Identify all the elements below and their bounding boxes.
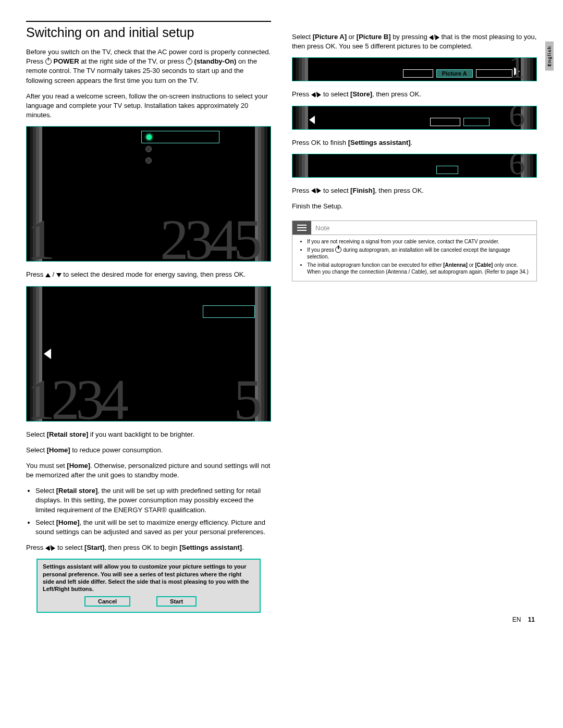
finish-setup: Finish the Setup.: [292, 202, 537, 211]
dialog-cancel-button[interactable]: Cancel: [84, 596, 130, 607]
finish-instruction: Press / to select [Finish], then press O…: [292, 186, 537, 195]
left-arrow-icon: [311, 188, 315, 193]
dialog-start-button[interactable]: Start: [156, 596, 197, 607]
store-prefs-screen: Store your preferences. Cancel Store 6: [292, 106, 537, 130]
language-prompt: Select your menu language with the Up/Do…: [48, 133, 132, 174]
location-select-screen: Location Home is recommended for normal …: [26, 286, 271, 422]
location-prompt: Location Home is recommended for normal …: [89, 293, 193, 315]
picture-select-instruction: Select [Picture A] or [Picture B] by pre…: [292, 32, 537, 51]
power-icon: [45, 58, 52, 65]
bullet-home: Select [Home], the unit will be set to m…: [35, 518, 271, 537]
energy-saving-instruction: Press / to select the desired mode for e…: [26, 270, 271, 279]
down-arrow-icon: [56, 273, 62, 277]
left-arrow-icon: [311, 92, 315, 97]
lang-option-english[interactable]: English: [141, 131, 219, 143]
step-number-1: 1: [27, 211, 51, 262]
picture-b-button[interactable]: Picture B: [476, 69, 512, 78]
slim-title: Which side of the picture do you prefer?: [313, 61, 433, 68]
location-option-home[interactable]: Home: [203, 305, 255, 318]
dialog-text: Settings assistant will allow you to cus…: [43, 563, 254, 593]
retail-note: Select [Retail store] if you want backli…: [26, 430, 271, 439]
left-arrow-icon: [45, 546, 50, 551]
left-arrow-icon: [44, 349, 51, 359]
note-icon: [292, 221, 311, 235]
settings-assistant-dialog: Settings assistant will allow you to cus…: [36, 559, 261, 612]
slim-title: The TV has learned your preferences.: [313, 157, 425, 165]
exit-button[interactable]: Exit: [436, 166, 458, 174]
right-arrow-icon: [435, 35, 439, 40]
bullet-retail: Select [Retail store], the unit will be …: [35, 486, 271, 515]
footer-page-number: 11: [528, 616, 535, 623]
note-label: Note: [311, 222, 334, 234]
intro-paragraph-1: Before you switch on the TV, check that …: [26, 47, 271, 85]
intro-paragraph-2: After you read a welcome screen, follow …: [26, 92, 271, 120]
left-arrow-icon: [309, 116, 315, 124]
cancel-button[interactable]: Cancel: [403, 69, 433, 78]
step-number-5: 5: [234, 371, 258, 422]
step-number-2345: 2345: [160, 211, 258, 262]
home-warning: You must set [Home]. Otherwise, personal…: [26, 461, 271, 480]
lang-option-espanol[interactable]: Español: [141, 155, 219, 166]
radio-off-icon: [145, 157, 152, 164]
picture-prefer-screen: Which side of the picture do you prefer?…: [292, 57, 537, 81]
finish-assistant-instruction: Press OK to finish [Settings assistant].: [292, 138, 537, 147]
language-select-screen: Select your menu language with the Up/Do…: [26, 126, 271, 262]
slim-title: Store your preferences.: [313, 109, 384, 117]
step-number: 6: [509, 106, 525, 130]
page-footer: EN 11: [512, 616, 535, 623]
section-rule: [26, 21, 271, 22]
lang-option-francais[interactable]: Français: [141, 143, 219, 155]
store-instruction: Press / to select [Store], then press OK…: [292, 90, 537, 99]
radio-on-icon: [146, 134, 152, 140]
location-option-retail[interactable]: Retail store: [203, 292, 255, 303]
start-instruction: Press / to select [Start], then press OK…: [26, 543, 271, 552]
up-arrow-icon: [45, 273, 51, 277]
step-number: 1: [509, 57, 525, 81]
picture-a-button[interactable]: Picture A: [436, 69, 473, 78]
step-number: 6: [509, 154, 525, 178]
learned-prefs-screen: The TV has learned your preferences. Exi…: [292, 154, 537, 178]
section-title: Switching on and initial setup: [26, 25, 271, 40]
note-box: Note If you are not receiving a signal f…: [292, 220, 537, 281]
footer-lang: EN: [512, 616, 521, 623]
power-icon: [186, 58, 192, 65]
step-number-1234: 1234: [27, 371, 125, 422]
store-button[interactable]: Store: [463, 118, 489, 126]
note-item: If you press during autoprogram, an inst…: [307, 246, 529, 261]
note-item: If you are not receiving a signal from y…: [307, 238, 529, 245]
radio-off-icon: [145, 146, 152, 152]
home-note: Select [Home] to reduce power consumptio…: [26, 446, 271, 455]
left-arrow-icon: [429, 35, 433, 40]
language-side-tab: English: [545, 42, 554, 71]
power-icon: [335, 246, 341, 253]
cancel-button[interactable]: Cancel: [430, 118, 460, 126]
note-item: The initial autoprogram function can be …: [307, 262, 529, 276]
